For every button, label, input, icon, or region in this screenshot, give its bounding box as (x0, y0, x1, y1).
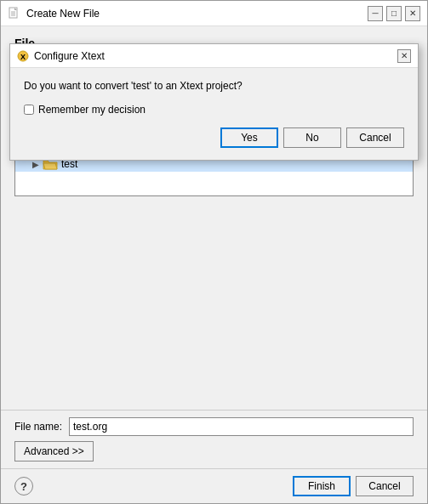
configure-xtext-dialog: X Configure Xtext ✕ Do you want to conve… (9, 43, 419, 161)
svg-text:X: X (20, 53, 26, 61)
filename-input[interactable] (69, 417, 414, 436)
titlebar-buttons: ─ □ ✕ (368, 6, 420, 21)
close-button[interactable]: ✕ (405, 6, 420, 21)
yes-button[interactable]: Yes (220, 127, 278, 148)
bottom-form: File name: Advanced >> (1, 410, 427, 468)
minimize-button[interactable]: ─ (368, 6, 383, 21)
overlay-buttons: Yes No Cancel (24, 127, 404, 148)
footer-cancel-button[interactable]: Cancel (356, 476, 414, 496)
overlay-close-button[interactable]: ✕ (397, 49, 411, 63)
footer-right: Finish Cancel (293, 476, 414, 496)
remember-label: Remember my decision (38, 104, 146, 116)
overlay-body: Do you want to convert 'test' to an Xtex… (10, 68, 418, 160)
window-icon (8, 7, 21, 20)
finish-button[interactable]: Finish (293, 476, 351, 496)
filename-row: File name: (14, 417, 414, 436)
window-title: Create New File (26, 8, 368, 20)
footer-left: ? (14, 477, 33, 496)
remember-decision-row: Remember my decision (24, 104, 404, 116)
overlay-cancel-button[interactable]: Cancel (346, 127, 404, 148)
overlay-title: Configure Xtext (34, 50, 397, 62)
overlay-titlebar: X Configure Xtext ✕ (10, 44, 418, 68)
filename-label: File name: (14, 421, 62, 433)
titlebar: Create New File ─ □ ✕ (1, 1, 427, 26)
overlay-question: Do you want to convert 'test' to an Xtex… (24, 80, 404, 92)
no-button[interactable]: No (283, 127, 341, 148)
restore-button[interactable]: □ (386, 6, 402, 21)
help-button[interactable]: ? (14, 477, 33, 496)
xtext-dialog-icon: X (17, 50, 29, 62)
advanced-button[interactable]: Advanced >> (14, 441, 94, 462)
remember-checkbox[interactable] (24, 105, 34, 115)
create-new-file-window: Create New File ─ □ ✕ File Create a new … (0, 0, 428, 504)
footer: ? Finish Cancel (1, 468, 427, 503)
